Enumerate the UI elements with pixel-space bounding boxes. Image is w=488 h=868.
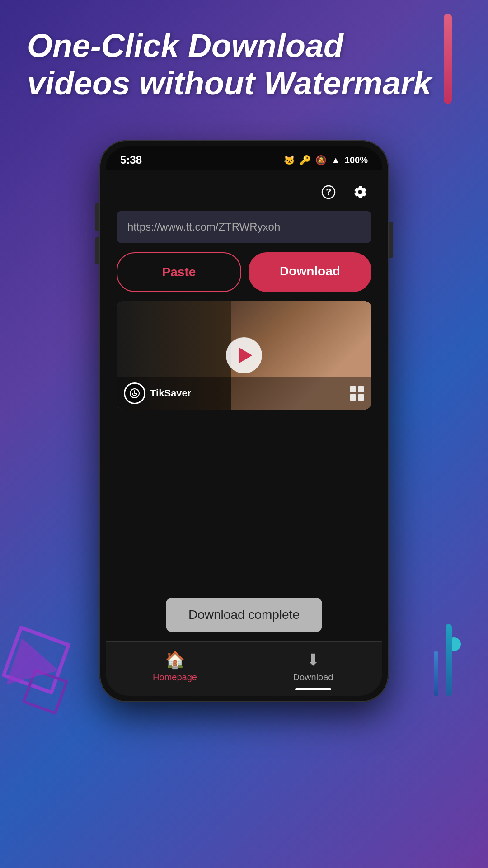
content-area (106, 417, 382, 589)
nav-download[interactable]: ⬇ Download (244, 651, 382, 690)
nav-download-label: Download (293, 672, 333, 683)
key-icon: 🔑 (300, 155, 311, 165)
grid-icon (350, 386, 364, 401)
bottom-navigation: 🏠 Homepage ⬇ Download (106, 641, 382, 696)
download-complete-toast: Download complete (166, 598, 322, 632)
video-bottom-bar: TikSaver (117, 377, 371, 410)
power-button (389, 222, 393, 258)
status-bar: 5:38 🐱 🔑 🔕 ▲ 100% (106, 146, 382, 170)
settings-button[interactable] (349, 181, 371, 203)
status-icons: 🐱 🔑 🔕 ▲ 100% (284, 155, 368, 165)
cat-icon: 🐱 (284, 155, 295, 165)
bg-accent-line-5 (434, 651, 438, 696)
top-bar: ? (117, 177, 371, 211)
battery-icon: 100% (345, 155, 368, 165)
wifi-icon: ▲ (331, 155, 340, 165)
url-input-value: https://www.tt.com/ZTRWRyxoh (127, 221, 280, 233)
bg-accent-line-4 (446, 624, 452, 696)
phone-screen: 5:38 🐱 🔑 🔕 ▲ 100% ? (106, 146, 382, 696)
grid-dot-1 (350, 386, 356, 392)
toast-message: Download complete (188, 608, 300, 622)
bg-decor-box-2 (22, 669, 69, 715)
status-time: 5:38 (120, 154, 142, 166)
bg-arrow-shape (0, 631, 59, 684)
nav-indicator (295, 688, 331, 690)
nav-home[interactable]: 🏠 Homepage (106, 651, 244, 690)
nav-home-label: Homepage (153, 672, 197, 683)
app-content: ? https://www.tt.com/ZTRWRyxoh Paste (106, 170, 382, 417)
action-buttons-row: Paste Download (117, 252, 371, 292)
download-icon: ⬇ (306, 651, 320, 670)
mute-icon: 🔕 (315, 155, 327, 165)
app-logo-text: TikSaver (150, 387, 191, 399)
grid-dot-2 (358, 386, 364, 392)
home-icon: 🏠 (165, 651, 185, 670)
paste-button[interactable]: Paste (117, 252, 241, 292)
bg-circle (447, 637, 461, 651)
volume-up-button (95, 203, 99, 231)
url-input-field[interactable]: https://www.tt.com/ZTRWRyxoh (117, 211, 371, 243)
video-thumbnail[interactable]: TikSaver (117, 301, 371, 410)
download-button[interactable]: Download (249, 252, 371, 292)
phone-outer: 5:38 🐱 🔑 🔕 ▲ 100% ? (99, 140, 389, 702)
headline: One-Click Download videos without Waterm… (27, 27, 452, 102)
toast-area: Download complete (106, 589, 382, 641)
phone-mockup: 5:38 🐱 🔑 🔕 ▲ 100% ? (99, 140, 389, 702)
app-logo-row: TikSaver (124, 382, 191, 404)
svg-text:?: ? (326, 187, 331, 197)
bg-decor-box-1 (1, 625, 71, 695)
play-button[interactable] (226, 337, 262, 373)
help-button[interactable]: ? (317, 181, 340, 203)
volume-down-button (95, 237, 99, 264)
grid-dot-3 (350, 394, 356, 401)
play-triangle-icon (239, 347, 252, 363)
grid-dot-4 (358, 394, 364, 401)
app-logo-icon (124, 382, 145, 404)
